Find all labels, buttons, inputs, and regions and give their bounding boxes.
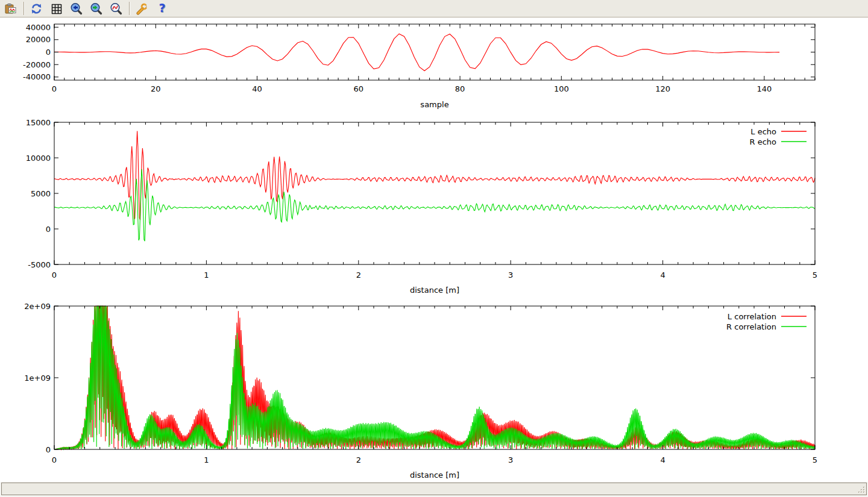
copy-to-clipboard-button[interactable] [2, 1, 18, 16]
x-tick-label: 2 [356, 455, 361, 464]
x-tick-label: 80 [455, 84, 465, 93]
x-tick-label: 0 [52, 455, 57, 464]
config-wrench-icon [136, 2, 148, 15]
series-l-correlation [54, 306, 815, 449]
y-tick-label: -40000 [23, 72, 51, 81]
x-axis-label: distance [m] [410, 470, 459, 480]
toolbar: ? ? [0, 0, 868, 17]
y-tick-label: 0 [46, 48, 51, 57]
help-icon: ? ? [156, 2, 168, 15]
x-tick-label: 5 [813, 270, 817, 280]
y-tick-label: 40000 [26, 23, 51, 32]
toggle-grid-button[interactable] [48, 1, 64, 16]
plot-echo[interactable]: 012345-5000050001000015000distance [m]L … [26, 118, 818, 295]
replot-button[interactable] [28, 1, 44, 16]
y-tick-label: 5000 [31, 189, 51, 198]
plot-border [54, 24, 815, 80]
toolbar-separator [129, 2, 130, 15]
y-tick-label: 0 [46, 445, 51, 454]
plot-correlation[interactable]: 01234501e+092e+09distance [m]L correlati… [24, 302, 817, 480]
x-tick-label: 0 [52, 270, 57, 280]
x-tick-label: 140 [756, 84, 772, 93]
x-tick-label: 3 [508, 455, 513, 464]
x-tick-label: 3 [508, 270, 513, 280]
x-tick-label: 1 [204, 270, 209, 280]
plots-svg[interactable]: 020406080100120140-40000-200000200004000… [0, 18, 868, 482]
y-tick-label: 20000 [26, 35, 51, 44]
refresh-icon [30, 2, 43, 15]
grid-icon [50, 2, 63, 15]
x-tick-label: 120 [655, 84, 670, 93]
y-tick-label: 1e+09 [24, 374, 51, 383]
x-tick-label: 0 [52, 84, 57, 93]
x-tick-label: 100 [554, 84, 569, 93]
x-tick-label: 1 [204, 455, 209, 464]
x-tick-label: 4 [660, 270, 665, 280]
x-tick-label: 60 [354, 84, 364, 93]
x-tick-label: 40 [252, 84, 262, 93]
toolbar-separator [24, 2, 25, 15]
status-area [0, 482, 868, 497]
y-tick-label: 0 [46, 225, 51, 234]
autoscale-icon [110, 2, 122, 15]
legend-label: R correlation [726, 322, 776, 331]
y-tick-label: 10000 [26, 154, 51, 163]
resize-grip[interactable] [858, 486, 866, 494]
x-tick-label: 4 [660, 455, 665, 464]
x-axis-label: sample [420, 100, 448, 109]
x-tick-label: 5 [813, 455, 817, 464]
legend-label: L correlation [728, 312, 776, 321]
copy-plot-icon [4, 2, 17, 15]
x-tick-label: 2 [356, 270, 361, 280]
zoom-previous-button[interactable] [68, 1, 84, 16]
x-axis-label: distance [m] [410, 286, 459, 295]
y-tick-label: 2e+09 [24, 302, 51, 311]
plot-border [54, 122, 815, 264]
zoom-previous-icon [70, 2, 83, 15]
y-tick-label: 15000 [26, 118, 51, 127]
legend-label: L echo [750, 127, 776, 136]
autoscale-button[interactable] [108, 1, 124, 16]
y-tick-label: -20000 [23, 60, 51, 69]
help-button[interactable]: ? ? [154, 1, 169, 16]
plot-canvas[interactable]: 020406080100120140-40000-200000200004000… [0, 18, 868, 482]
svg-text:?: ? [159, 2, 165, 14]
gnuplot-window: ? ? 020406080100120140-40000-20000020000… [0, 0, 868, 497]
y-tick-label: -5000 [28, 260, 51, 269]
legend: L correlationR correlation [726, 312, 807, 331]
zoom-next-icon [90, 2, 102, 15]
plot-chirp[interactable]: 020406080100120140-40000-200000200004000… [23, 23, 815, 109]
x-tick-label: 20 [151, 84, 161, 93]
configuration-button[interactable] [134, 1, 149, 16]
legend-label: R echo [749, 137, 776, 146]
status-bar [1, 483, 867, 495]
legend: L echoR echo [749, 127, 807, 146]
series-chirp [54, 34, 779, 70]
zoom-next-button[interactable] [88, 1, 104, 16]
